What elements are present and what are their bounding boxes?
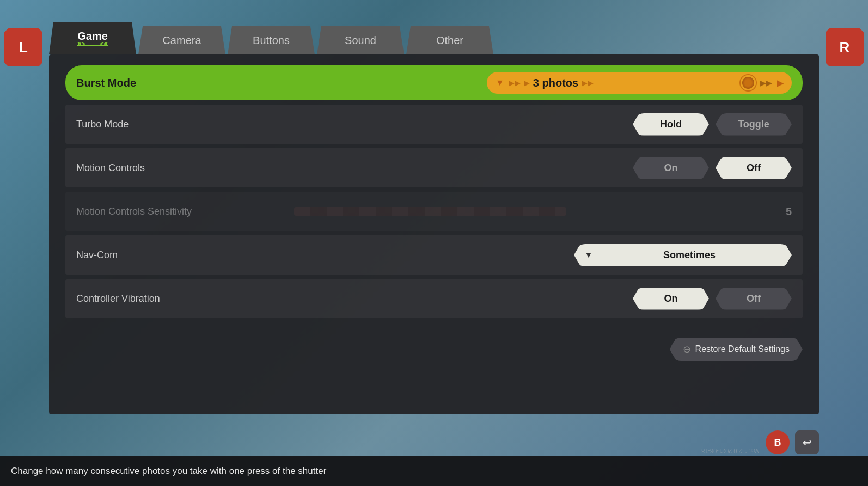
sensitivity-row: Motion Controls Sensitivity 5 <box>65 192 803 231</box>
turbo-toggle-button[interactable]: Toggle <box>716 113 792 136</box>
bottom-right-buttons: B ↩ <box>766 430 819 454</box>
motion-on-button[interactable]: On <box>633 157 709 179</box>
tab-camera[interactable]: Camera <box>138 26 225 54</box>
restore-row: ⊖ Restore Default Settings <box>65 327 803 361</box>
nav-com-value: Sometimes <box>598 250 781 261</box>
turbo-mode-label: Turbo Mode <box>76 119 294 130</box>
burst-right-arrow: ▶ <box>777 78 783 88</box>
version-text: Ver. 1.2.0 2021-08-18 <box>701 448 759 454</box>
turbo-mode-controls: Hold Toggle <box>294 113 792 136</box>
nav-com-dropdown[interactable]: ▼ Sometimes <box>574 244 792 266</box>
restore-button[interactable]: ⊖ Restore Default Settings <box>670 338 803 361</box>
restore-icon: ⊖ <box>683 343 691 355</box>
tab-buttons-label: Buttons <box>253 34 290 47</box>
dropdown-arrow-icon: ▼ <box>585 251 592 259</box>
nav-com-controls: ▼ Sometimes <box>294 244 792 266</box>
burst-skip-right: ▶▶ <box>582 78 594 87</box>
restore-btn-text: Restore Default Settings <box>695 344 790 354</box>
tab-sound[interactable]: Sound <box>317 26 404 54</box>
turbo-hold-button[interactable]: Hold <box>633 113 709 136</box>
main-container: Game » « Camera Buttons Sound Other Burs… <box>49 22 819 459</box>
b-button[interactable]: B <box>766 430 790 454</box>
controller-vibration-row: Controller Vibration On Off <box>65 279 803 318</box>
burst-skip-left: ▶▶ <box>509 78 521 87</box>
tab-other[interactable]: Other <box>406 26 493 54</box>
tab-camera-label: Camera <box>162 34 201 47</box>
motion-controls-label: Motion Controls <box>76 162 294 174</box>
vibration-off-button[interactable]: Off <box>716 288 792 310</box>
bottom-bar: Change how many consecutive photos you t… <box>0 456 868 486</box>
tab-game-underline: » « <box>77 45 108 46</box>
turbo-mode-row: Turbo Mode Hold Toggle <box>65 105 803 144</box>
tab-bar: Game » « Camera Buttons Sound Other <box>49 22 819 54</box>
l-button[interactable]: L <box>4 28 42 66</box>
motion-off-button[interactable]: Off <box>716 157 792 179</box>
r-button[interactable]: R <box>826 28 864 66</box>
nav-com-label: Nav-Com <box>76 250 294 261</box>
burst-indicator <box>741 75 756 90</box>
controller-vibration-controls: On Off <box>294 288 792 310</box>
vibration-on-button[interactable]: On <box>633 288 709 310</box>
back-button[interactable]: ↩ <box>795 430 819 454</box>
burst-left-arrow: ▼ <box>496 78 504 88</box>
controller-vibration-label: Controller Vibration <box>76 293 294 305</box>
sensitivity-label: Motion Controls Sensitivity <box>76 206 294 217</box>
content-panel: Burst Mode ▼ ▶▶ ▶ 3 photos ▶▶ ▶▶ ▶ <box>49 54 819 414</box>
sensitivity-track <box>294 207 566 216</box>
burst-skip-far: ▶▶ <box>760 78 772 87</box>
tab-buttons[interactable]: Buttons <box>228 26 315 54</box>
back-icon: ↩ <box>803 436 812 449</box>
burst-mode-controls: ▼ ▶▶ ▶ 3 photos ▶▶ ▶▶ ▶ <box>294 72 792 94</box>
burst-value: 3 photos <box>533 77 578 89</box>
help-text: Change how many consecutive photos you t… <box>11 466 857 477</box>
burst-slider[interactable]: ▼ ▶▶ ▶ 3 photos ▶▶ ▶▶ ▶ <box>487 72 792 94</box>
burst-track: ▶▶ ▶ 3 photos ▶▶ <box>509 77 736 89</box>
burst-mode-label: Burst Mode <box>76 77 294 89</box>
motion-controls-controls: On Off <box>294 157 792 179</box>
motion-controls-row: Motion Controls On Off <box>65 148 803 187</box>
tab-game[interactable]: Game » « <box>49 22 136 54</box>
sensitivity-value: 5 <box>786 205 792 218</box>
tab-sound-label: Sound <box>345 34 376 47</box>
burst-skip-left2: ▶ <box>524 78 530 87</box>
tab-other-label: Other <box>436 34 463 47</box>
burst-mode-row: Burst Mode ▼ ▶▶ ▶ 3 photos ▶▶ ▶▶ ▶ <box>65 65 803 100</box>
nav-com-row: Nav-Com ▼ Sometimes <box>65 235 803 275</box>
